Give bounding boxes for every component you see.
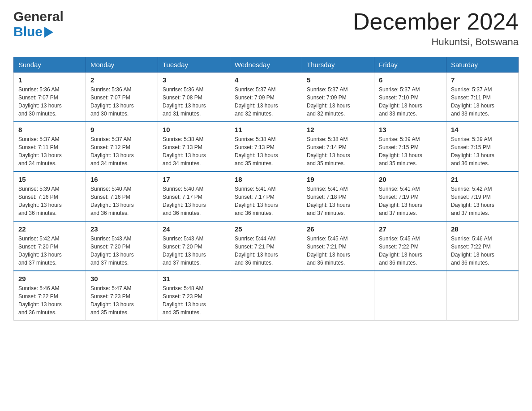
- day-info: Sunrise: 5:42 AMSunset: 7:20 PMDaylight:…: [18, 235, 81, 267]
- day-number: 6: [379, 76, 442, 84]
- table-row: 7Sunrise: 5:37 AMSunset: 7:11 PMDaylight…: [446, 73, 519, 122]
- day-number: 20: [379, 176, 442, 183]
- day-number: 14: [451, 126, 514, 133]
- day-number: 29: [18, 275, 81, 283]
- table-row: [302, 271, 374, 321]
- day-info: Sunrise: 5:38 AMSunset: 7:13 PMDaylight:…: [235, 135, 297, 167]
- day-info: Sunrise: 5:37 AMSunset: 7:09 PMDaylight:…: [235, 86, 297, 118]
- calendar-table: Sunday Monday Tuesday Wednesday Thursday…: [13, 57, 519, 321]
- day-number: 4: [235, 76, 297, 84]
- day-info: Sunrise: 5:36 AMSunset: 7:08 PMDaylight:…: [163, 86, 225, 118]
- day-number: 8: [18, 126, 81, 133]
- table-row: 18Sunrise: 5:41 AMSunset: 7:17 PMDayligh…: [230, 171, 302, 221]
- calendar-subtitle: Hukuntsi, Botswana: [353, 36, 519, 48]
- header-saturday: Saturday: [446, 57, 519, 73]
- table-row: 27Sunrise: 5:45 AMSunset: 7:22 PMDayligh…: [374, 221, 446, 271]
- day-number: 3: [163, 76, 225, 84]
- table-row: 19Sunrise: 5:41 AMSunset: 7:18 PMDayligh…: [302, 171, 374, 221]
- day-number: 31: [163, 275, 225, 283]
- day-number: 2: [90, 76, 153, 84]
- day-number: 25: [235, 225, 297, 233]
- table-row: 28Sunrise: 5:46 AMSunset: 7:22 PMDayligh…: [446, 221, 519, 271]
- day-number: 17: [163, 176, 225, 183]
- header-sunday: Sunday: [14, 57, 86, 73]
- day-info: Sunrise: 5:44 AMSunset: 7:21 PMDaylight:…: [235, 235, 297, 267]
- table-row: 17Sunrise: 5:40 AMSunset: 7:17 PMDayligh…: [158, 171, 230, 221]
- header-tuesday: Tuesday: [158, 57, 230, 73]
- day-number: 24: [163, 225, 225, 233]
- day-number: 23: [90, 225, 153, 233]
- day-info: Sunrise: 5:37 AMSunset: 7:11 PMDaylight:…: [451, 86, 514, 118]
- table-row: 1Sunrise: 5:36 AMSunset: 7:07 PMDaylight…: [14, 73, 86, 122]
- table-row: 8Sunrise: 5:37 AMSunset: 7:11 PMDaylight…: [14, 122, 86, 171]
- table-row: 4Sunrise: 5:37 AMSunset: 7:09 PMDaylight…: [230, 73, 302, 122]
- table-row: [446, 271, 519, 321]
- day-info: Sunrise: 5:40 AMSunset: 7:16 PMDaylight:…: [90, 185, 153, 217]
- header-wednesday: Wednesday: [230, 57, 302, 73]
- day-number: 13: [379, 126, 442, 133]
- logo-general: General: [13, 9, 64, 24]
- header-monday: Monday: [86, 57, 158, 73]
- day-info: Sunrise: 5:39 AMSunset: 7:16 PMDaylight:…: [18, 185, 81, 217]
- day-info: Sunrise: 5:42 AMSunset: 7:19 PMDaylight:…: [451, 185, 514, 217]
- logo: General Blue: [13, 9, 64, 39]
- table-row: 20Sunrise: 5:41 AMSunset: 7:19 PMDayligh…: [374, 171, 446, 221]
- table-row: 29Sunrise: 5:46 AMSunset: 7:22 PMDayligh…: [14, 271, 86, 321]
- day-info: Sunrise: 5:39 AMSunset: 7:15 PMDaylight:…: [451, 135, 514, 167]
- day-info: Sunrise: 5:48 AMSunset: 7:23 PMDaylight:…: [163, 284, 225, 317]
- table-row: [374, 271, 446, 321]
- day-info: Sunrise: 5:37 AMSunset: 7:11 PMDaylight:…: [18, 135, 81, 167]
- table-row: 26Sunrise: 5:45 AMSunset: 7:21 PMDayligh…: [302, 221, 374, 271]
- table-row: 12Sunrise: 5:38 AMSunset: 7:14 PMDayligh…: [302, 122, 374, 171]
- header-friday: Friday: [374, 57, 446, 73]
- table-row: 31Sunrise: 5:48 AMSunset: 7:23 PMDayligh…: [158, 271, 230, 321]
- page-header: General Blue December 2024 Hukuntsi, Bot…: [13, 9, 519, 48]
- day-info: Sunrise: 5:37 AMSunset: 7:12 PMDaylight:…: [90, 135, 153, 167]
- calendar-header-row: Sunday Monday Tuesday Wednesday Thursday…: [14, 57, 519, 73]
- day-info: Sunrise: 5:37 AMSunset: 7:09 PMDaylight:…: [307, 86, 369, 118]
- table-row: 16Sunrise: 5:40 AMSunset: 7:16 PMDayligh…: [86, 171, 158, 221]
- day-info: Sunrise: 5:41 AMSunset: 7:18 PMDaylight:…: [307, 185, 369, 217]
- day-info: Sunrise: 5:43 AMSunset: 7:20 PMDaylight:…: [90, 235, 153, 267]
- calendar-week-row: 8Sunrise: 5:37 AMSunset: 7:11 PMDaylight…: [14, 122, 519, 171]
- calendar-week-row: 15Sunrise: 5:39 AMSunset: 7:16 PMDayligh…: [14, 171, 519, 221]
- day-info: Sunrise: 5:41 AMSunset: 7:19 PMDaylight:…: [379, 185, 442, 217]
- table-row: 24Sunrise: 5:43 AMSunset: 7:20 PMDayligh…: [158, 221, 230, 271]
- day-number: 18: [235, 176, 297, 183]
- day-number: 27: [379, 225, 442, 233]
- day-info: Sunrise: 5:47 AMSunset: 7:23 PMDaylight:…: [90, 284, 153, 317]
- day-number: 16: [90, 176, 153, 183]
- day-info: Sunrise: 5:37 AMSunset: 7:10 PMDaylight:…: [379, 86, 442, 118]
- table-row: 11Sunrise: 5:38 AMSunset: 7:13 PMDayligh…: [230, 122, 302, 171]
- logo-arrow-icon: [44, 27, 53, 38]
- calendar-week-row: 22Sunrise: 5:42 AMSunset: 7:20 PMDayligh…: [14, 221, 519, 271]
- calendar-title: December 2024: [353, 9, 519, 34]
- table-row: [230, 271, 302, 321]
- day-info: Sunrise: 5:38 AMSunset: 7:14 PMDaylight:…: [307, 135, 369, 167]
- day-info: Sunrise: 5:46 AMSunset: 7:22 PMDaylight:…: [451, 235, 514, 267]
- day-info: Sunrise: 5:36 AMSunset: 7:07 PMDaylight:…: [18, 86, 81, 118]
- table-row: 9Sunrise: 5:37 AMSunset: 7:12 PMDaylight…: [86, 122, 158, 171]
- day-info: Sunrise: 5:45 AMSunset: 7:22 PMDaylight:…: [379, 235, 442, 267]
- header-thursday: Thursday: [302, 57, 374, 73]
- table-row: 2Sunrise: 5:36 AMSunset: 7:07 PMDaylight…: [86, 73, 158, 122]
- day-number: 19: [307, 176, 369, 183]
- day-number: 1: [18, 76, 81, 84]
- day-number: 10: [163, 126, 225, 133]
- day-info: Sunrise: 5:45 AMSunset: 7:21 PMDaylight:…: [307, 235, 369, 267]
- day-number: 7: [451, 76, 514, 84]
- calendar-week-row: 29Sunrise: 5:46 AMSunset: 7:22 PMDayligh…: [14, 271, 519, 321]
- table-row: 30Sunrise: 5:47 AMSunset: 7:23 PMDayligh…: [86, 271, 158, 321]
- day-info: Sunrise: 5:36 AMSunset: 7:07 PMDaylight:…: [90, 86, 153, 118]
- day-number: 9: [90, 126, 153, 133]
- day-number: 12: [307, 126, 369, 133]
- day-info: Sunrise: 5:41 AMSunset: 7:17 PMDaylight:…: [235, 185, 297, 217]
- table-row: 13Sunrise: 5:39 AMSunset: 7:15 PMDayligh…: [374, 122, 446, 171]
- day-number: 26: [307, 225, 369, 233]
- day-info: Sunrise: 5:40 AMSunset: 7:17 PMDaylight:…: [163, 185, 225, 217]
- table-row: 23Sunrise: 5:43 AMSunset: 7:20 PMDayligh…: [86, 221, 158, 271]
- table-row: 6Sunrise: 5:37 AMSunset: 7:10 PMDaylight…: [374, 73, 446, 122]
- table-row: 3Sunrise: 5:36 AMSunset: 7:08 PMDaylight…: [158, 73, 230, 122]
- day-number: 22: [18, 225, 81, 233]
- logo-blue: Blue: [13, 24, 43, 39]
